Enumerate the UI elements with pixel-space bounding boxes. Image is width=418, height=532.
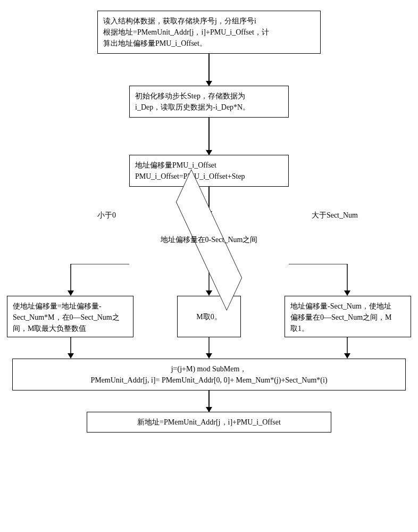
- svg-marker-2: [68, 290, 74, 296]
- label-less-than-zero: 小于0: [97, 211, 116, 220]
- step2-text: 初始化移动步长Step，存储数据为i_Dep，读取历史数据为-i_Dep*N。: [135, 92, 250, 111]
- branch-right-text: 地址偏移量-Sect_Num，使地址偏移量在0—Sect_Num之间，M取1。: [290, 302, 392, 332]
- svg-marker-13: [344, 353, 350, 359]
- svg-marker-9: [68, 353, 74, 359]
- branch-mid-box: M取0。: [177, 296, 241, 337]
- branch-right-box: 地址偏移量-Sect_Num，使地址偏移量在0—Sect_Num之间，M取1。: [285, 296, 411, 337]
- arrow-1: [208, 54, 210, 86]
- step1-text: 读入结构体数据，获取存储块序号j，分组序号i根据地址=PMemUnit_Addr…: [103, 17, 269, 47]
- step5-text: j=(j+M) mod SubMem，PMemUnit_Addr[j, i]= …: [90, 365, 327, 384]
- flowchart: 读入结构体数据，获取存储块序号j，分组序号i根据地址=PMemUnit_Addr…: [5, 11, 413, 433]
- decision-offset-range: 地址偏移量在0-Sect_Num之间: [129, 216, 289, 264]
- branch-left-text: 使地址偏移量=地址偏移量-Sect_Num*M，在0—Sect_Num之间，M取…: [13, 302, 120, 332]
- branch-row: 使地址偏移量=地址偏移量-Sect_Num*M，在0—Sect_Num之间，M取…: [7, 296, 411, 337]
- svg-marker-7: [206, 290, 212, 296]
- step-init-step: 初始化移动步长Step，存储数据为i_Dep，读取历史数据为-i_Dep*N。: [129, 86, 289, 118]
- decision-text: 地址偏移量在0-Sect_Num之间: [161, 235, 258, 245]
- label-greater-than-sectnum: 大于Sect_Num: [312, 211, 358, 220]
- step-compute-j-addr: j=(j+M) mod SubMem，PMemUnit_Addr[j, i]= …: [12, 359, 406, 390]
- step6-text: 新地址=PMemUnit_Addr[j，i]+PMU_i_Offset: [137, 418, 281, 426]
- branch-mid-text: M取0。: [196, 311, 221, 322]
- merge-connector: [7, 337, 411, 359]
- step-read-struct: 读入结构体数据，获取存储块序号j，分组序号i根据地址=PMemUnit_Addr…: [97, 11, 321, 54]
- arrow-5: [208, 390, 210, 412]
- step-offset-calc: 地址偏移量PMU_i_OffsetPMU_i_Offset=PMU_i_Offs…: [129, 155, 289, 187]
- branch-left-box: 使地址偏移量=地址偏移量-Sect_Num*M，在0—Sect_Num之间，M取…: [7, 296, 133, 337]
- arrow-2: [208, 118, 210, 155]
- step-new-address: 新地址=PMemUnit_Addr[j，i]+PMU_i_Offset: [87, 412, 331, 433]
- svg-marker-11: [206, 353, 212, 359]
- svg-marker-5: [344, 290, 350, 296]
